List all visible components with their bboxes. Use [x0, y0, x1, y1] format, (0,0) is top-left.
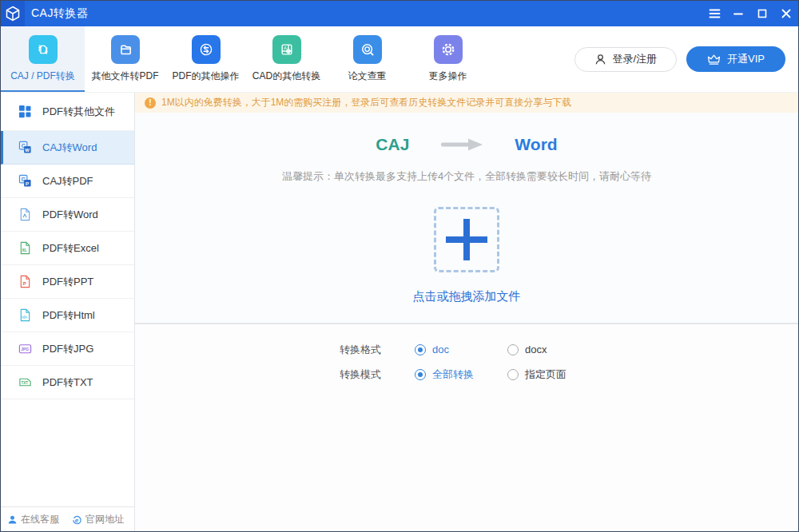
tab-label: CAJ / PDF转换: [10, 69, 75, 83]
txt-doc-icon: TXT: [18, 375, 32, 390]
pdf-doc-icon: [18, 208, 32, 222]
sidebar-item-label: PDF转其他文件: [42, 105, 115, 119]
titlebar: CAJ转换器: [1, 1, 798, 26]
official-site-label: 官网地址: [85, 513, 124, 526]
swap-circle-icon: [192, 35, 221, 64]
notice-bar: ! 1M以内的免费转换，大于1M的需购买注册，登录后可查看历史转换文件记录并可直…: [135, 93, 798, 113]
radio-specify-pages[interactable]: 指定页面: [507, 367, 600, 382]
svg-text:e: e: [75, 516, 79, 523]
radio-icon[interactable]: [415, 369, 426, 380]
login-register-button[interactable]: 登录/注册: [574, 47, 677, 72]
sidebar-item-label: PDF转PPT: [42, 275, 93, 289]
target-format-label: Word: [515, 135, 557, 154]
sidebar-item-caj-to-word[interactable]: C W CAJ转Word: [1, 131, 134, 165]
minimize-icon[interactable]: [726, 1, 750, 26]
cad-convert-icon: A: [272, 35, 301, 64]
login-register-label: 登录/注册: [612, 52, 657, 66]
close-icon[interactable]: [774, 1, 798, 26]
dropzone-label[interactable]: 点击或拖拽添加文件: [413, 289, 521, 304]
sidebar-item-pdf-to-jpg[interactable]: JPG PDF转JPG: [1, 332, 134, 366]
radio-doc[interactable]: doc: [415, 343, 507, 355]
conversion-area: CAJ Word 温馨提示：单次转换最多支持上传4个文件，全部转换需要较长时间，…: [135, 113, 798, 324]
sidebar-item-pdf-to-word[interactable]: PDF转Word: [1, 198, 134, 232]
maximize-icon[interactable]: [750, 1, 774, 26]
radio-icon[interactable]: [415, 344, 426, 355]
user-icon: [594, 54, 606, 66]
main-panel: ! 1M以内的免费转换，大于1M的需购买注册，登录后可查看历史转换文件记录并可直…: [135, 93, 798, 531]
app-title: CAJ转换器: [31, 6, 88, 21]
format-option-label: 转换格式: [340, 343, 415, 357]
open-vip-label: 开通VIP: [727, 52, 765, 66]
radio-convert-all[interactable]: 全部转换: [415, 367, 507, 382]
sidebar-item-label: CAJ转Word: [42, 141, 97, 155]
sidebar-item-pdf-to-excel[interactable]: XL PDF转Excel: [1, 232, 134, 265]
menu-icon[interactable]: [702, 1, 726, 26]
tab-cad-convert[interactable]: A CAD的其他转换: [246, 26, 327, 92]
gear-icon: [434, 35, 463, 64]
official-site-link[interactable]: e 官网地址: [72, 513, 124, 526]
tab-label: PDF的其他操作: [173, 69, 240, 83]
tab-label: 论文查重: [348, 69, 387, 83]
radio-docx[interactable]: docx: [507, 343, 600, 355]
sidebar-footer: 在线客服 e 官网地址: [1, 506, 134, 531]
tab-plagiarism-check[interactable]: 论文查重: [327, 26, 407, 92]
plus-icon: [463, 219, 470, 260]
sidebar-item-pdf-to-other[interactable]: PDF转其他文件: [1, 93, 134, 131]
tab-label: 更多操作: [429, 69, 467, 83]
jpg-doc-icon: JPG: [18, 342, 32, 356]
sidebar-item-label: PDF转Html: [42, 308, 95, 323]
sidebar-item-pdf-to-ppt[interactable]: P PDF转PPT: [1, 265, 134, 299]
website-icon: e: [72, 514, 82, 525]
tab-label: 其他文件转PDF: [92, 69, 159, 83]
notice-text: 1M以内的免费转换，大于1M的需购买注册，登录后可查看历史转换文件记录并可直接分…: [161, 96, 571, 109]
conversion-tip: 温馨提示：单次转换最多支持上传4个文件，全部转换需要较长时间，请耐心等待: [282, 169, 651, 184]
sidebar-item-caj-to-pdf[interactable]: C P CAJ转PDF: [1, 165, 134, 198]
svg-text:W: W: [25, 148, 30, 153]
tab-caj-pdf-convert[interactable]: CAJ / PDF转换: [1, 26, 85, 92]
warning-icon: !: [145, 97, 156, 109]
customer-service-icon: [7, 514, 18, 525]
svg-text:JPG: JPG: [21, 347, 29, 351]
sidebar-item-label: PDF转Excel: [42, 241, 99, 256]
tab-other-to-pdf[interactable]: 其他文件转PDF: [85, 26, 165, 92]
svg-text:A: A: [283, 46, 286, 50]
sidebar: PDF转其他文件 C W CAJ转Word C: [1, 93, 135, 531]
format-option-row: 转换格式 doc docx: [340, 342, 798, 357]
open-vip-button[interactable]: 开通VIP: [686, 46, 785, 72]
tab-pdf-other-ops[interactable]: PDF的其他操作: [165, 26, 246, 92]
sidebar-item-label: PDF转TXT: [42, 375, 93, 390]
ppt-doc-icon: P: [18, 275, 32, 289]
radio-icon[interactable]: [507, 369, 519, 380]
radio-label: doc: [432, 343, 449, 355]
file-dropzone[interactable]: [434, 207, 499, 272]
html-doc-icon: </>: [18, 308, 32, 323]
crown-icon: [707, 54, 721, 66]
svg-text:P: P: [26, 181, 29, 186]
online-support-label: 在线客服: [21, 513, 59, 526]
conversion-options: 转换格式 doc docx 转换模式 全部转换: [135, 324, 798, 382]
mode-option-label: 转换模式: [340, 367, 415, 382]
sidebar-item-label: PDF转JPG: [42, 342, 93, 356]
app-window: CAJ转换器 CAJ /: [0, 0, 799, 532]
svg-text:P: P: [22, 281, 26, 286]
source-format-label: CAJ: [376, 135, 409, 154]
svg-text:XL: XL: [22, 248, 28, 252]
conversion-header: CAJ Word: [376, 135, 557, 154]
svg-text:</>: </>: [21, 316, 26, 320]
folder-convert-icon: [111, 35, 140, 64]
radio-label: docx: [525, 343, 547, 355]
radio-label: 指定页面: [525, 367, 566, 382]
sidebar-item-label: CAJ转PDF: [42, 174, 93, 189]
radio-label: 全部转换: [432, 367, 474, 382]
online-support-link[interactable]: 在线客服: [7, 513, 59, 526]
app-logo-icon: [1, 1, 25, 26]
plagiarism-check-icon: [353, 35, 382, 64]
grid-icon: [18, 105, 32, 119]
tab-more-actions[interactable]: 更多操作: [407, 26, 488, 92]
caj-pdf-convert-icon: [29, 35, 58, 64]
radio-icon[interactable]: [507, 344, 519, 355]
sidebar-item-pdf-to-txt[interactable]: TXT PDF转TXT: [1, 366, 134, 399]
sidebar-item-pdf-to-html[interactable]: </> PDF转Html: [1, 299, 134, 332]
caj-to-word-icon: C W: [18, 141, 32, 155]
arrow-right-icon: [439, 138, 484, 151]
